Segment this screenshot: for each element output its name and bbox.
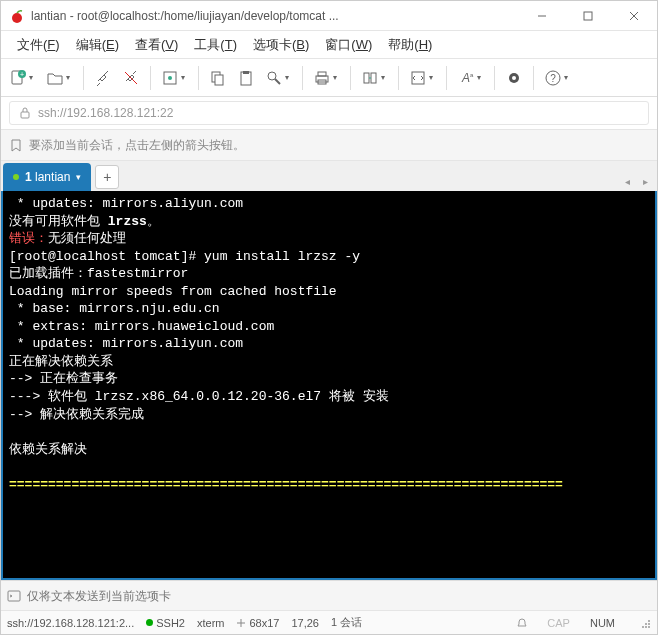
new-session-button[interactable]: +▾	[5, 63, 40, 93]
address-field[interactable]: ssh://192.168.128.121:22	[9, 101, 649, 125]
copy-button[interactable]	[205, 63, 231, 93]
svg-rect-14	[243, 71, 249, 74]
encoding-icon: Aa	[456, 68, 476, 88]
script-icon	[408, 68, 428, 88]
help-icon: ?	[543, 68, 563, 88]
tab-next-button[interactable]: ▸	[637, 171, 653, 191]
svg-rect-29	[21, 112, 29, 118]
svg-point-31	[648, 626, 650, 628]
svg-line-8	[125, 72, 137, 84]
disconnect-button[interactable]	[118, 63, 144, 93]
menu-edit[interactable]: 编辑(E)	[68, 32, 127, 58]
status-num: NUM	[590, 617, 615, 629]
paste-button[interactable]	[233, 63, 259, 93]
svg-point-33	[648, 623, 650, 625]
status-host: ssh://192.168.128.121:2...	[7, 617, 134, 629]
dropdown-arrow-icon: ▾	[477, 73, 485, 82]
menu-tools[interactable]: 工具(T)	[186, 32, 245, 58]
chevron-down-icon: ▾	[76, 172, 81, 182]
svg-text:+: +	[20, 71, 24, 78]
hint-bar: 要添加当前会话，点击左侧的箭头按钮。	[1, 129, 657, 161]
status-size: 68x17	[236, 617, 279, 629]
dropdown-arrow-icon: ▾	[429, 73, 437, 82]
status-cap: CAP	[547, 617, 570, 629]
unplug-icon	[121, 68, 141, 88]
terminal-icon	[7, 589, 21, 603]
svg-point-32	[645, 626, 647, 628]
status-session: 1 会话	[331, 615, 362, 630]
address-bar: ssh://192.168.128.121:22	[1, 97, 657, 129]
find-button[interactable]: ▾	[261, 63, 296, 93]
svg-text:?: ?	[550, 73, 556, 84]
help-button[interactable]: ?▾	[540, 63, 575, 93]
svg-text:A: A	[461, 71, 470, 85]
menu-bar: 文件(F) 编辑(E) 查看(V) 工具(T) 选项卡(B) 窗口(W) 帮助(…	[1, 31, 657, 59]
reconnect-button[interactable]	[90, 63, 116, 93]
status-term: xterm	[197, 617, 225, 629]
settings-button[interactable]	[501, 63, 527, 93]
status-pos: 17,26	[291, 617, 319, 629]
lock-icon	[18, 106, 32, 120]
menu-help[interactable]: 帮助(H)	[380, 32, 440, 58]
print-icon	[312, 68, 332, 88]
svg-point-15	[268, 72, 276, 80]
app-icon	[9, 8, 25, 24]
encoding-button[interactable]: Aa▾	[453, 63, 488, 93]
svg-rect-12	[215, 75, 223, 85]
svg-text:a: a	[470, 72, 474, 78]
terminal[interactable]: * updates: mirrors.aliyun.com 没有可用软件包 lr…	[1, 191, 657, 580]
tab-lantian[interactable]: 1 lantian ▾	[3, 163, 91, 191]
dot-icon	[146, 619, 153, 626]
svg-point-36	[648, 620, 650, 622]
dropdown-arrow-icon: ▾	[29, 73, 37, 82]
menu-view[interactable]: 查看(V)	[127, 32, 186, 58]
svg-rect-30	[8, 591, 20, 601]
svg-rect-18	[318, 72, 326, 76]
toolbar: +▾ ▾ ▾ ▾ ▾ ▾ ▾ Aa▾ ?▾	[1, 59, 657, 97]
menu-window[interactable]: 窗口(W)	[317, 32, 380, 58]
dropdown-arrow-icon: ▾	[66, 73, 74, 82]
tab-add-button[interactable]: +	[95, 165, 119, 189]
svg-point-34	[642, 626, 644, 628]
svg-point-26	[512, 76, 516, 80]
address-text: ssh://192.168.128.121:22	[38, 106, 173, 120]
bookmark-icon[interactable]	[9, 138, 23, 152]
hint-text: 要添加当前会话，点击左侧的箭头按钮。	[29, 137, 245, 154]
new-file-icon: +	[8, 68, 28, 88]
transfer-icon	[360, 68, 380, 88]
open-button[interactable]: ▾	[42, 63, 77, 93]
resize-grip-icon[interactable]	[639, 617, 651, 629]
dropdown-arrow-icon: ▾	[181, 73, 189, 82]
maximize-button[interactable]	[565, 1, 611, 31]
svg-rect-21	[371, 73, 376, 83]
gear-icon	[504, 68, 524, 88]
dropdown-arrow-icon: ▾	[564, 73, 572, 82]
minimize-button[interactable]	[519, 1, 565, 31]
svg-point-0	[12, 13, 22, 23]
bell-icon	[517, 618, 527, 628]
tab-prev-button[interactable]: ◂	[619, 171, 635, 191]
print-button[interactable]: ▾	[309, 63, 344, 93]
svg-point-35	[645, 623, 647, 625]
window-controls	[519, 1, 657, 31]
plug-icon	[93, 68, 113, 88]
properties-icon	[160, 68, 180, 88]
dropdown-arrow-icon: ▾	[381, 73, 389, 82]
send-input[interactable]	[27, 589, 651, 603]
svg-rect-22	[412, 72, 424, 84]
dropdown-arrow-icon: ▾	[333, 73, 341, 82]
dropdown-arrow-icon: ▾	[285, 73, 293, 82]
status-ssh: SSH2	[146, 617, 185, 629]
window-title: lantian - root@localhost:/home/liujiayan…	[31, 9, 519, 23]
menu-option[interactable]: 选项卡(B)	[245, 32, 317, 58]
close-button[interactable]	[611, 1, 657, 31]
svg-rect-20	[364, 73, 369, 83]
menu-file[interactable]: 文件(F)	[9, 32, 68, 58]
status-dot-icon	[13, 174, 19, 180]
script-button[interactable]: ▾	[405, 63, 440, 93]
transfer-button[interactable]: ▾	[357, 63, 392, 93]
properties-button[interactable]: ▾	[157, 63, 192, 93]
status-bell	[517, 617, 527, 629]
send-input-bar	[1, 580, 657, 610]
svg-rect-2	[584, 12, 592, 20]
